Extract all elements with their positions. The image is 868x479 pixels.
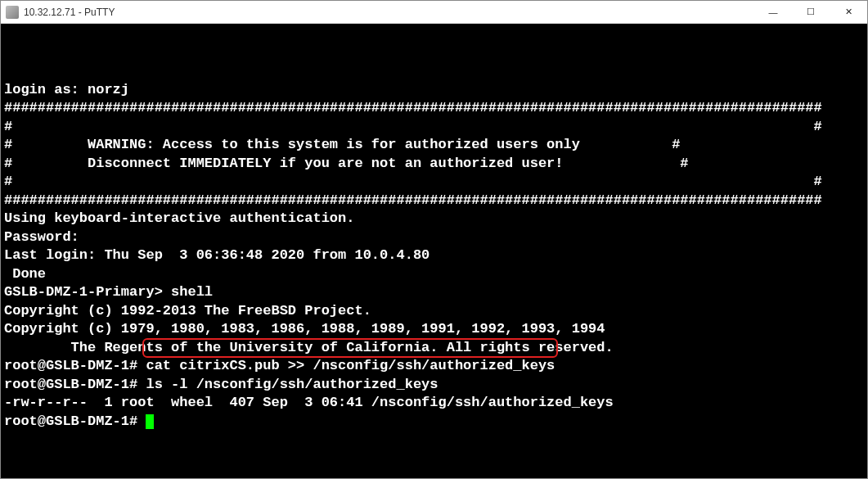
putty-icon xyxy=(6,6,19,19)
putty-window: 10.32.12.71 - PuTTY — ☐ ✕ login as: norz… xyxy=(0,0,868,479)
titlebar[interactable]: 10.32.12.71 - PuTTY — ☐ ✕ xyxy=(1,1,867,24)
terminal-line: root@GSLB-DMZ-1# xyxy=(4,413,864,432)
window-title: 10.32.12.71 - PuTTY xyxy=(24,7,115,18)
terminal-line: # Disconnect IMMEDIATELY if you are not … xyxy=(4,155,864,174)
maximize-button[interactable]: ☐ xyxy=(792,1,830,23)
terminal-line: Last login: Thu Sep 3 06:36:48 2020 from… xyxy=(4,246,864,265)
terminal-line: Using keyboard-interactive authenticatio… xyxy=(4,210,864,228)
window-controls: — ☐ ✕ xyxy=(754,1,867,23)
terminal-line: Copyright (c) 1979, 1980, 1983, 1986, 19… xyxy=(4,320,864,339)
terminal-line: # WARNING: Access to this system is for … xyxy=(4,136,864,155)
terminal-line: Copyright (c) 1992-2013 The FreeBSD Proj… xyxy=(4,302,864,321)
terminal-line: ########################################… xyxy=(4,99,864,118)
terminal-line: ########################################… xyxy=(4,192,864,210)
terminal-line: Password: xyxy=(4,228,864,247)
terminal-line: Done xyxy=(4,265,864,284)
terminal-cursor xyxy=(146,414,154,429)
terminal-line: login as: norzj xyxy=(4,81,864,100)
close-button[interactable]: ✕ xyxy=(830,1,867,23)
terminal-line: GSLB-DMZ-1-Primary> shell xyxy=(4,283,864,302)
terminal-area[interactable]: login as: norzj#########################… xyxy=(1,24,867,478)
terminal-line: -rw-r--r-- 1 root wheel 407 Sep 3 06:41 … xyxy=(4,394,864,413)
terminal-line: # # xyxy=(4,118,864,137)
terminal-line: root@GSLB-DMZ-1# ls -l /nsconfig/ssh/aut… xyxy=(4,376,864,395)
terminal-line: # # xyxy=(4,173,864,192)
terminal-line: The Regents of the University of Califor… xyxy=(4,339,864,358)
terminal-line: root@GSLB-DMZ-1# cat citrixCS.pub >> /ns… xyxy=(4,357,864,376)
minimize-button[interactable]: — xyxy=(754,1,792,23)
